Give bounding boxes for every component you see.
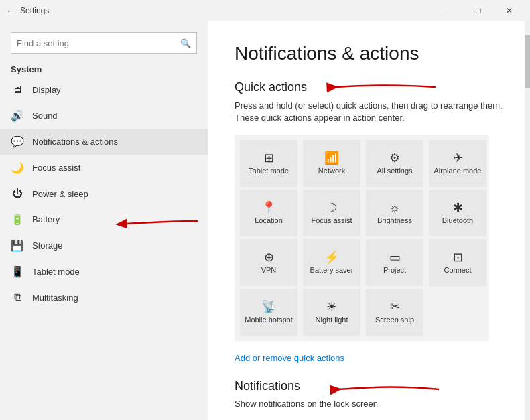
sidebar-item-focus-assist[interactable]: 🌙 Focus assist xyxy=(0,155,208,181)
title-bar: ← Settings ─ □ ✕ xyxy=(0,0,530,21)
quick-action-label: Screen snip xyxy=(375,316,414,324)
app-body: 🔍 System 🖥 Display 🔊 Sound 💬 Notificatio… xyxy=(0,21,530,420)
sidebar-item-label: Display xyxy=(32,85,61,95)
quick-action-vpn[interactable]: ⊕ VPN xyxy=(240,239,297,286)
title-bar-title: Settings xyxy=(20,6,49,15)
scrollbar-thumb[interactable] xyxy=(525,35,530,88)
multitasking-icon: ⧉ xyxy=(11,291,24,303)
quick-action-battery-saver[interactable]: ⚡ Battery saver xyxy=(303,239,360,286)
title-bar-left: ← Settings xyxy=(5,6,49,15)
scrollbar-track[interactable] xyxy=(525,21,530,420)
sidebar-item-display[interactable]: 🖥 Display xyxy=(0,77,208,102)
quick-action-connect[interactable]: ⊡ Connect xyxy=(429,239,486,286)
quick-actions-desc: Press and hold (or select) quick actions… xyxy=(235,100,503,124)
connect-icon: ⊡ xyxy=(453,251,463,263)
search-bar[interactable]: 🔍 xyxy=(11,32,197,54)
search-icon: 🔍 xyxy=(180,38,191,48)
quick-action-location[interactable]: 📍 Location xyxy=(240,190,297,236)
quick-action-label: Mobile hotspot xyxy=(245,316,293,324)
title-bar-controls: ─ □ ✕ xyxy=(432,0,525,21)
tablet-icon: 📱 xyxy=(11,265,24,278)
power-icon: ⏻ xyxy=(11,188,24,200)
quick-action-focus-assist[interactable]: ☽ Focus assist xyxy=(303,190,360,236)
all-settings-icon: ⚙ xyxy=(389,152,400,164)
quick-action-screen-snip[interactable]: ✂ Screen snip xyxy=(366,289,423,336)
display-icon: 🖥 xyxy=(11,84,24,96)
maximize-button[interactable]: □ xyxy=(463,0,494,21)
quick-action-label: Tablet mode xyxy=(249,167,289,176)
quick-action-label: All settings xyxy=(377,167,412,176)
quick-action-label: Bluetooth xyxy=(442,216,473,225)
page-title: Notifications & actions xyxy=(235,43,503,64)
quick-action-label: Network xyxy=(318,167,345,176)
add-remove-link[interactable]: Add or remove quick actions xyxy=(235,353,344,363)
sidebar-item-label: Notifications & actions xyxy=(32,137,118,147)
focus-assist-icon: 🌙 xyxy=(11,161,24,174)
quick-action-label: Connect xyxy=(444,266,472,275)
sidebar-item-label: Focus assist xyxy=(32,163,80,173)
quick-action-tablet-mode[interactable]: ⊞ Tablet mode xyxy=(240,140,297,187)
sidebar-item-label: Power & sleep xyxy=(32,189,88,199)
quick-action-label: Location xyxy=(255,216,283,225)
vpn-icon: ⊕ xyxy=(264,251,274,263)
quick-action-label: VPN xyxy=(261,266,277,275)
tablet-mode-icon: ⊞ xyxy=(264,152,274,164)
battery-saver-icon: ⚡ xyxy=(324,251,339,263)
mobile-hotspot-icon: 📡 xyxy=(261,301,276,313)
quick-action-label: Brightness xyxy=(377,216,412,225)
quick-action-empty xyxy=(429,289,486,336)
screen-snip-icon: ✂ xyxy=(390,301,400,313)
sidebar-item-label: Tablet mode xyxy=(32,267,80,277)
sidebar-item-label: Battery xyxy=(32,214,60,224)
quick-action-label: Focus assist xyxy=(311,216,352,225)
notifications-icon: 💬 xyxy=(11,135,24,148)
sidebar-item-multitasking[interactable]: ⧉ Multitasking xyxy=(0,285,208,310)
airplane-mode-icon: ✈ xyxy=(453,152,463,164)
notifications-title: Notifications xyxy=(235,379,503,393)
quick-action-network[interactable]: 📶 Network xyxy=(303,140,360,187)
quick-action-label: Night light xyxy=(316,316,348,324)
quick-action-all-settings[interactable]: ⚙ All settings xyxy=(366,140,423,187)
sidebar-section-label: System xyxy=(0,59,208,77)
quick-action-brightness[interactable]: ☼ Brightness xyxy=(366,190,423,236)
focus-assist-qa-icon: ☽ xyxy=(326,202,337,214)
quick-action-bluetooth[interactable]: ✱ Bluetooth xyxy=(429,190,486,236)
quick-action-airplane-mode[interactable]: ✈ Airplane mode xyxy=(429,140,486,187)
main-content: Notifications & actions Quick actions Pr… xyxy=(208,21,530,420)
night-light-icon: ☀ xyxy=(326,301,337,313)
quick-actions-grid: ⊞ Tablet mode 📶 Network ⚙ All settings ✈… xyxy=(235,135,489,341)
sidebar-item-storage[interactable]: 💾 Storage xyxy=(0,232,208,259)
quick-action-night-light[interactable]: ☀ Night light xyxy=(303,289,360,336)
quick-action-project[interactable]: ▭ Project xyxy=(366,239,423,286)
minimize-button[interactable]: ─ xyxy=(432,0,463,21)
quick-action-mobile-hotspot[interactable]: 📡 Mobile hotspot xyxy=(240,289,297,336)
notifications-desc: Show notifications on the lock screen xyxy=(235,399,503,409)
sidebar-item-battery[interactable]: 🔋 Battery xyxy=(0,206,208,232)
location-icon: 📍 xyxy=(261,202,276,214)
notifications-section: Notifications Show notifications on the … xyxy=(235,379,503,409)
brightness-icon: ☼ xyxy=(389,202,401,214)
sidebar-item-power[interactable]: ⏻ Power & sleep xyxy=(0,181,208,206)
project-icon: ▭ xyxy=(389,251,401,263)
quick-action-label: Airplane mode xyxy=(434,167,482,176)
sidebar-item-notifications[interactable]: 💬 Notifications & actions xyxy=(0,129,208,155)
quick-actions-title: Quick actions xyxy=(235,80,503,94)
battery-icon: 🔋 xyxy=(11,213,24,226)
sidebar-item-label: Sound xyxy=(32,111,58,121)
quick-action-label: Battery saver xyxy=(310,266,354,275)
sidebar-item-label: Multitasking xyxy=(32,293,78,303)
bluetooth-icon: ✱ xyxy=(453,202,463,214)
sidebar-item-label: Storage xyxy=(32,240,63,251)
storage-icon: 💾 xyxy=(11,239,24,252)
sound-icon: 🔊 xyxy=(11,109,24,122)
sidebar: 🔍 System 🖥 Display 🔊 Sound 💬 Notificatio… xyxy=(0,21,208,420)
sidebar-item-tablet[interactable]: 📱 Tablet mode xyxy=(0,259,208,285)
search-input[interactable] xyxy=(17,38,180,48)
quick-actions-section: Quick actions Press and hold (or select)… xyxy=(235,80,503,341)
back-button[interactable]: ← xyxy=(5,6,15,15)
network-icon: 📶 xyxy=(324,152,339,164)
sidebar-item-sound[interactable]: 🔊 Sound xyxy=(0,102,208,129)
close-button[interactable]: ✕ xyxy=(494,0,525,21)
quick-action-label: Project xyxy=(383,266,406,275)
